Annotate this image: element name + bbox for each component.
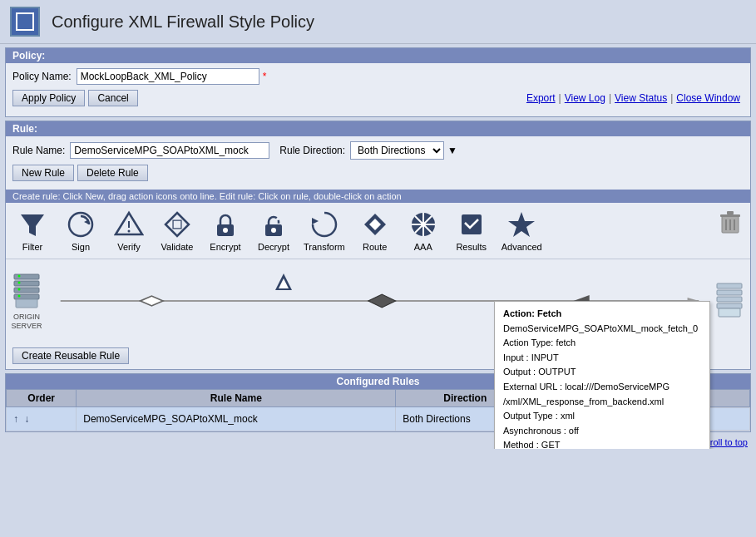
policy-section: Policy: Policy Name: * Apply Policy Canc… — [5, 47, 751, 117]
policy-actions-row: Apply Policy Cancel Export | View Log | … — [12, 90, 744, 106]
row-rule-name: DemoServiceMPG_SOAPtoXML_mock — [77, 407, 396, 431]
verify-icon — [114, 209, 144, 239]
svg-point-35 — [18, 288, 21, 291]
results-label: Results — [456, 242, 487, 252]
server-svg — [11, 271, 42, 311]
advanced-icon-item[interactable]: Advanced — [502, 209, 542, 252]
results-icon-item[interactable]: Results — [453, 209, 490, 252]
validate-icon — [162, 209, 192, 239]
aaa-icon-item[interactable]: AAA — [405, 209, 442, 252]
sign-icon — [66, 209, 96, 239]
row-order: ↑ ↓ — [7, 407, 77, 431]
decrypt-label: Decrypt — [258, 242, 289, 252]
tooltip-action-name: DemoServiceMPG_SOAPtoXML_mock_fetch_0 — [503, 322, 701, 337]
svg-rect-45 — [717, 290, 742, 295]
origin-server-label: ORIGINSERVER — [12, 313, 42, 331]
fetch-icon-on-line[interactable] — [274, 272, 294, 292]
policy-section-body: Policy Name: * Apply Policy Cancel Expor… — [6, 63, 750, 116]
dropdown-arrow-icon: ▼ — [447, 145, 457, 156]
svg-marker-6 — [166, 213, 189, 236]
new-rule-button[interactable]: New Rule — [12, 165, 74, 181]
route-icon — [360, 209, 390, 239]
view-log-link[interactable]: View Log — [565, 92, 605, 104]
cancel-button[interactable]: Cancel — [88, 90, 137, 106]
order-up-arrow[interactable]: ↑ — [13, 413, 18, 425]
svg-point-9 — [223, 228, 228, 233]
rule-name-row: Rule Name: Rule Direction: Both Directio… — [12, 141, 744, 160]
advanced-label: Advanced — [502, 242, 542, 252]
export-link[interactable]: Export — [526, 92, 556, 104]
decrypt-icon-item[interactable]: Decrypt — [255, 209, 292, 252]
validate-label: Validate — [161, 242, 194, 252]
svg-rect-30 — [14, 288, 39, 293]
verify-icon-item[interactable]: Verify — [111, 209, 147, 252]
svg-point-33 — [18, 275, 21, 278]
instruction-bar: Create rule: Click New, drag action icon… — [6, 190, 750, 203]
filter-icon-item[interactable]: Filter — [14, 209, 51, 252]
action-tooltip: Action: Fetch DemoServiceMPG_SOAPtoXML_m… — [494, 301, 710, 449]
route-icon-item[interactable]: Route — [357, 209, 393, 252]
close-window-link[interactable]: Close Window — [676, 92, 740, 104]
svg-rect-31 — [14, 294, 39, 299]
svg-marker-39 — [368, 294, 396, 308]
transform-icon — [309, 209, 339, 239]
required-marker: * — [263, 71, 267, 82]
tooltip-action: Action: Fetch — [503, 307, 701, 322]
sign-icon-item[interactable]: Sign — [62, 209, 99, 252]
svg-point-36 — [18, 295, 21, 298]
rule-direction-select[interactable]: Both Directions Client to Server Server … — [350, 141, 444, 160]
transform-label: Transform — [304, 242, 345, 252]
aaa-label: AAA — [414, 242, 432, 252]
svg-marker-0 — [21, 214, 44, 236]
rule-name-input[interactable] — [70, 142, 269, 159]
fetch-icon — [274, 272, 294, 292]
app-logo-inner — [16, 12, 34, 31]
svg-rect-28 — [14, 274, 39, 279]
validate-icon-item[interactable]: Validate — [159, 209, 195, 252]
sign-label: Sign — [72, 242, 90, 252]
svg-rect-47 — [717, 303, 742, 308]
trash-icon — [719, 209, 742, 236]
tooltip-input: Input : INPUT — [503, 351, 701, 366]
svg-rect-48 — [719, 308, 740, 317]
svg-marker-38 — [141, 296, 163, 306]
rule-name-label: Rule Name: — [12, 145, 65, 156]
rule-buttons: New Rule Delete Rule — [12, 165, 744, 181]
encrypt-icon-item[interactable]: Encrypt — [207, 209, 244, 252]
svg-marker-2 — [84, 219, 89, 224]
delete-rule-button[interactable]: Delete Rule — [77, 165, 148, 181]
policy-name-label: Policy Name: — [12, 71, 72, 82]
filter-label: Filter — [22, 242, 42, 252]
canvas-area: ORIGINSERVER — [6, 259, 750, 342]
tooltip-external-url: External URL : local:///DemoServiceMPG — [503, 380, 701, 395]
svg-rect-29 — [14, 281, 39, 286]
end-server-icon — [714, 280, 745, 323]
header-links: Export | View Log | View Status | Close … — [523, 92, 744, 104]
order-down-arrow[interactable]: ↓ — [24, 413, 29, 425]
transform-icon-item[interactable]: Transform — [304, 209, 345, 252]
origin-server-icon: ORIGINSERVER — [11, 271, 42, 331]
flow-container: Action: Fetch DemoServiceMPG_SOAPtoXML_m… — [49, 276, 710, 326]
trash-icon-item[interactable] — [719, 209, 742, 239]
view-status-link[interactable]: View Status — [615, 92, 667, 104]
svg-rect-20 — [462, 214, 482, 234]
filter-icon — [17, 209, 47, 239]
page-title: Configure XML Firewall Style Policy — [52, 12, 314, 32]
results-icon — [457, 209, 487, 239]
rule-direction-label: Rule Direction: — [279, 145, 345, 156]
rule-section: Rule: Rule Name: Rule Direction: Both Di… — [5, 121, 751, 370]
svg-rect-24 — [727, 211, 734, 214]
encrypt-label: Encrypt — [210, 242, 240, 252]
policy-section-header: Policy: — [6, 48, 750, 63]
svg-point-11 — [271, 228, 276, 233]
create-reusable-rule-button[interactable]: Create Reusable Rule — [12, 347, 129, 364]
svg-point-34 — [18, 282, 21, 284]
verify-label: Verify — [117, 242, 141, 252]
policy-name-input[interactable] — [77, 68, 259, 85]
rule-section-body: Rule Name: Rule Direction: Both Directio… — [6, 136, 750, 190]
aaa-icon — [408, 209, 438, 239]
svg-marker-12 — [312, 218, 319, 224]
apply-policy-button[interactable]: Apply Policy — [12, 90, 85, 106]
svg-point-5 — [128, 230, 131, 233]
tooltip-action-type: Action Type: fetch — [503, 336, 701, 351]
